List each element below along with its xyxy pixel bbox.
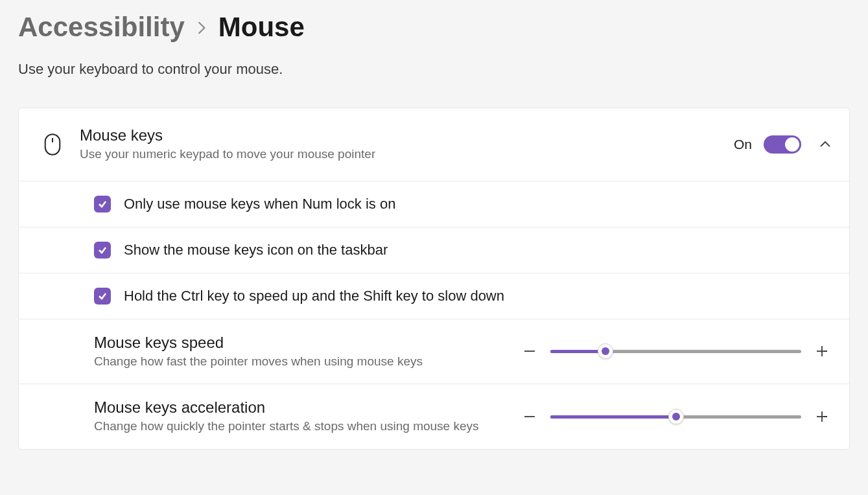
chevron-right-icon (196, 15, 207, 40)
mouse-keys-header[interactable]: Mouse keys Use your numeric keypad to mo… (19, 108, 849, 181)
speed-slider[interactable] (550, 350, 801, 353)
option-taskbar-label: Show the mouse keys icon on the taskbar (124, 242, 388, 259)
speed-plus-button[interactable] (813, 342, 831, 360)
checkbox-numlock[interactable] (94, 196, 111, 213)
accel-slider-thumb[interactable] (668, 409, 684, 424)
option-ctrlshift[interactable]: Hold the Ctrl key to speed up and the Sh… (19, 273, 849, 319)
option-taskbar[interactable]: Show the mouse keys icon on the taskbar (19, 227, 849, 273)
svg-rect-0 (45, 134, 60, 155)
mouse-icon (37, 133, 68, 156)
speed-title: Mouse keys speed (94, 334, 489, 352)
speed-desc: Change how fast the pointer moves when u… (94, 353, 489, 370)
speed-slider-thumb[interactable] (598, 343, 613, 359)
breadcrumb-current: Mouse (218, 12, 305, 43)
accel-slider[interactable] (550, 415, 801, 419)
breadcrumb: Accessibility Mouse (18, 12, 850, 43)
speed-row: Mouse keys speed Change how fast the poi… (19, 319, 849, 385)
accel-plus-button[interactable] (813, 408, 831, 426)
chevron-up-icon[interactable] (819, 139, 831, 150)
mouse-keys-desc: Use your numeric keypad to move your mou… (80, 146, 722, 163)
accel-desc: Change how quickly the pointer starts & … (94, 418, 489, 435)
checkbox-ctrlshift[interactable] (94, 288, 111, 305)
accel-title: Mouse keys acceleration (94, 398, 489, 417)
checkbox-taskbar[interactable] (94, 242, 111, 259)
speed-minus-button[interactable] (521, 342, 539, 360)
page-subtitle: Use your keyboard to control your mouse. (18, 61, 850, 78)
mouse-keys-title: Mouse keys (80, 126, 722, 144)
settings-panel: Mouse keys Use your numeric keypad to mo… (18, 108, 850, 450)
accel-slider-fill (550, 415, 676, 419)
option-numlock[interactable]: Only use mouse keys when Num lock is on (19, 181, 849, 227)
option-numlock-label: Only use mouse keys when Num lock is on (124, 196, 395, 213)
mouse-keys-toggle[interactable] (764, 135, 801, 154)
accel-minus-button[interactable] (521, 408, 539, 426)
toggle-state-label: On (734, 137, 752, 152)
accel-row: Mouse keys acceleration Change how quick… (19, 384, 849, 449)
option-ctrlshift-label: Hold the Ctrl key to speed up and the Sh… (124, 288, 504, 305)
breadcrumb-parent[interactable]: Accessibility (18, 12, 185, 43)
